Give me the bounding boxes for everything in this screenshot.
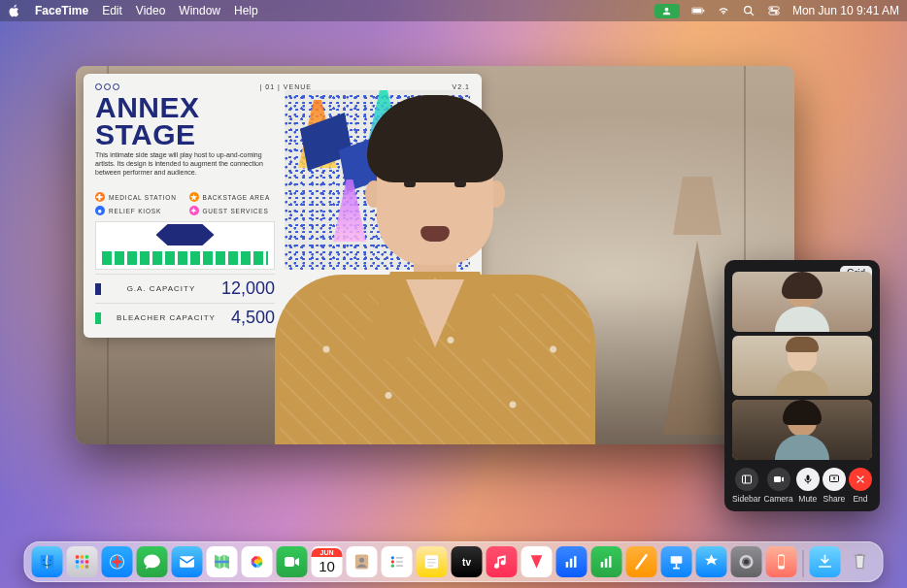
apple-logo-icon bbox=[8, 4, 21, 17]
svg-point-58 bbox=[744, 560, 749, 565]
svg-rect-44 bbox=[425, 555, 438, 568]
menubar-help[interactable]: Help bbox=[234, 4, 258, 17]
dock-iphone-mirroring[interactable] bbox=[766, 546, 797, 577]
svg-rect-1 bbox=[703, 10, 704, 13]
share-screen-icon bbox=[828, 474, 840, 485]
svg-rect-7 bbox=[769, 12, 780, 15]
dock-pages[interactable] bbox=[626, 546, 657, 577]
svg-rect-60 bbox=[779, 556, 784, 566]
close-icon bbox=[855, 474, 866, 485]
svg-rect-43 bbox=[396, 565, 404, 567]
dock: JUN 10 tv bbox=[24, 541, 884, 582]
menubar-app-name[interactable]: FaceTime bbox=[35, 4, 88, 17]
menubar-edit[interactable]: Edit bbox=[102, 4, 122, 17]
dock-news[interactable] bbox=[521, 546, 553, 577]
dock-maps[interactable] bbox=[207, 546, 238, 577]
svg-rect-19 bbox=[85, 560, 88, 563]
svg-point-26 bbox=[254, 560, 259, 565]
svg-rect-14 bbox=[76, 555, 79, 558]
svg-line-4 bbox=[751, 13, 754, 16]
svg-rect-53 bbox=[609, 556, 612, 568]
screenshare-status-icon[interactable] bbox=[655, 4, 680, 18]
dock-calendar[interactable]: JUN 10 bbox=[312, 546, 343, 577]
svg-point-13 bbox=[50, 560, 51, 562]
wifi-icon[interactable] bbox=[717, 4, 730, 17]
svg-rect-9 bbox=[742, 475, 751, 483]
svg-point-38 bbox=[391, 556, 394, 559]
presentation-legend: ✚MEDICAL STATION ★BACKSTAGE AREA ●RELIEF… bbox=[95, 192, 275, 215]
menubar-clock[interactable]: Mon Jun 10 9:41 AM bbox=[792, 4, 899, 17]
dock-contacts[interactable] bbox=[347, 546, 378, 577]
svg-rect-18 bbox=[81, 560, 84, 563]
self-view-tile[interactable] bbox=[732, 400, 872, 460]
remote-participant-video bbox=[260, 66, 610, 444]
desktop: FaceTime Edit Video Window Help Mon Jun … bbox=[0, 0, 907, 588]
bleacher-capacity-row: BLEACHER CAPACITY 4,500 bbox=[95, 303, 275, 328]
dock-mail[interactable] bbox=[172, 546, 203, 577]
microphone-icon bbox=[802, 474, 814, 485]
svg-point-42 bbox=[391, 565, 394, 568]
dock-keynote[interactable] bbox=[661, 546, 692, 577]
dock-messages[interactable] bbox=[137, 546, 168, 577]
svg-rect-35 bbox=[285, 557, 294, 567]
dock-tv[interactable]: tv bbox=[452, 546, 483, 577]
svg-rect-22 bbox=[85, 565, 88, 568]
svg-rect-5 bbox=[769, 7, 780, 10]
camera-icon bbox=[773, 474, 785, 485]
presentation-title: ANNEXSTAGE bbox=[95, 94, 275, 147]
spotlight-icon[interactable] bbox=[742, 4, 756, 17]
dock-notes[interactable] bbox=[417, 546, 448, 577]
mute-button[interactable]: Mute bbox=[796, 468, 820, 504]
svg-rect-51 bbox=[601, 562, 604, 568]
svg-rect-49 bbox=[570, 559, 573, 568]
camera-button[interactable]: Camera bbox=[763, 468, 792, 504]
dock-finder[interactable] bbox=[32, 546, 63, 577]
svg-rect-39 bbox=[396, 557, 404, 559]
ga-capacity-row: G.A. CAPACITY 12,000 bbox=[95, 274, 275, 299]
apple-menu[interactable] bbox=[8, 4, 21, 17]
svg-rect-16 bbox=[85, 555, 88, 558]
svg-rect-48 bbox=[566, 562, 569, 568]
svg-rect-50 bbox=[574, 556, 577, 568]
svg-point-8 bbox=[775, 12, 778, 15]
facetime-main-window[interactable]: | 01 | VENUE V2.1 ANNEXSTAGE This intima… bbox=[76, 66, 794, 444]
menubar-video[interactable]: Video bbox=[136, 4, 165, 17]
dock-trash[interactable] bbox=[845, 546, 876, 577]
svg-rect-2 bbox=[692, 9, 701, 13]
svg-rect-17 bbox=[76, 560, 79, 563]
svg-rect-52 bbox=[605, 559, 608, 568]
sidebar-icon bbox=[741, 474, 753, 485]
svg-point-37 bbox=[359, 558, 364, 563]
participant-tile-2[interactable] bbox=[732, 336, 872, 396]
presentation-minimap bbox=[95, 221, 275, 270]
svg-rect-15 bbox=[81, 555, 84, 558]
end-call-button[interactable]: End bbox=[849, 468, 872, 504]
dock-numbers[interactable] bbox=[591, 546, 622, 577]
sidebar-button[interactable]: Sidebar bbox=[732, 468, 760, 504]
dock-appstore[interactable] bbox=[696, 546, 727, 577]
menubar: FaceTime Edit Video Window Help Mon Jun … bbox=[0, 0, 907, 21]
svg-rect-41 bbox=[396, 561, 404, 563]
participant-tile-1[interactable] bbox=[732, 272, 872, 332]
svg-rect-21 bbox=[81, 565, 84, 568]
svg-point-6 bbox=[770, 7, 773, 10]
dock-numbers-alt[interactable] bbox=[556, 546, 588, 577]
share-button[interactable]: Share bbox=[823, 468, 846, 504]
dock-photos[interactable] bbox=[242, 546, 273, 577]
dock-music[interactable] bbox=[487, 546, 518, 577]
dock-settings[interactable] bbox=[731, 546, 762, 577]
dock-downloads[interactable] bbox=[810, 546, 841, 577]
dock-safari[interactable] bbox=[102, 546, 133, 577]
dock-reminders[interactable] bbox=[382, 546, 413, 577]
control-center-icon[interactable] bbox=[767, 4, 781, 17]
svg-point-12 bbox=[43, 560, 45, 562]
presentation-description: This intimate side stage will play host … bbox=[95, 151, 275, 186]
svg-rect-20 bbox=[76, 565, 79, 568]
battery-icon[interactable] bbox=[691, 4, 705, 17]
dock-launchpad[interactable] bbox=[67, 546, 98, 577]
dock-facetime[interactable] bbox=[277, 546, 308, 577]
presentation-logo-icon bbox=[95, 83, 119, 90]
svg-point-40 bbox=[391, 560, 394, 563]
facetime-panel[interactable]: Grid Sidebar Camera Mute Share bbox=[724, 260, 880, 511]
menubar-window[interactable]: Window bbox=[179, 4, 220, 17]
